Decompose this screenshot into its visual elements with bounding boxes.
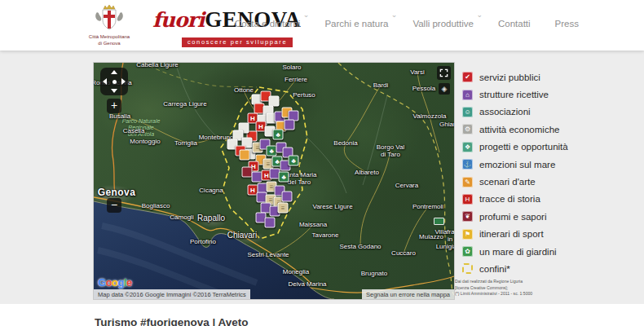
map-pan-control[interactable] [100, 68, 128, 95]
marker-glyph: H [258, 123, 263, 130]
logo-tagline: conoscere per sviluppare [182, 37, 293, 47]
legend-item[interactable]: ✿ un mare di giardini [462, 243, 609, 260]
map-attribution: Map data ©2016 Google Immagini ©2016 Ter… [94, 289, 250, 299]
marker-glyph: ≡ [270, 183, 274, 191]
map-marker[interactable] [282, 192, 293, 202]
route-shield [434, 218, 444, 225]
chevron-down-icon: ⌄ [476, 11, 483, 19]
nav-item[interactable]: Parchi e natura ⌄ [324, 19, 388, 29]
legend-item-label: confini* [479, 264, 510, 274]
logo-fuori-text: fuori [152, 8, 204, 32]
marker-glyph: ♣ [281, 174, 285, 181]
google-logo-letter: o [112, 276, 117, 289]
google-logo-letter: e [126, 276, 132, 289]
map-marker[interactable] [240, 150, 250, 161]
legend-item[interactable]: ⌂ strutture ricettive [462, 86, 609, 103]
google-logo[interactable]: Google [98, 276, 132, 289]
google-logo-letter: o [106, 276, 112, 289]
nav-item[interactable]: Costa e dintorni ⌄ [235, 19, 301, 29]
page: Città Metropolitana di Genova fuori GENO… [0, 0, 644, 326]
marker-glyph: ≡ [267, 161, 271, 168]
credits-line: (*) Limiti Amministrativi - 2011 - sc. 1… [455, 291, 532, 297]
legend-item[interactable]: ❦ profumi e sapori [462, 208, 609, 225]
chevron-down-icon: ⌄ [391, 11, 398, 19]
genova-crest-icon [94, 4, 125, 33]
legend-item[interactable]: confini* [462, 260, 609, 277]
legend-item-label: itinerari di sport [479, 229, 544, 239]
legend-category-icon: ☺ [462, 107, 473, 117]
legend-item-label: attività economiche [479, 125, 559, 134]
pan-left-icon[interactable] [103, 78, 107, 85]
legend-item[interactable]: ❖ progetti e opportunità [462, 139, 609, 156]
legend-category-icon: ❦ [462, 211, 473, 222]
legend-item[interactable]: ✎ scenari d'arte [462, 173, 609, 190]
legend-item[interactable]: ☺ associazioni [462, 104, 609, 121]
legend-category-icon: ⚙ [462, 124, 473, 134]
legend-item[interactable]: ⚓ emozioni sul mare [462, 156, 609, 173]
nav-item-label: Parchi e natura [324, 19, 388, 29]
google-map[interactable]: Cabella LigureSolaroFerriereOttonePertus… [94, 63, 454, 299]
zoom-out-button[interactable]: − [107, 198, 121, 213]
citta-metropolitana-crest: Città Metropolitana di Genova [84, 4, 135, 46]
fullscreen-button[interactable] [437, 66, 451, 80]
map-marker[interactable] [285, 120, 295, 130]
org-name: Città Metropolitana di Genova [84, 34, 135, 46]
map-marker[interactable]: ♣ [273, 130, 284, 140]
marker-glyph: H [250, 115, 255, 122]
legend-item-label: tracce di storia [479, 194, 540, 204]
zoom-in-button[interactable]: + [107, 99, 121, 113]
map-marker[interactable]: ♣ [279, 172, 289, 183]
map-legend: ✔ servizi pubblici ⌂ strutture ricettive… [462, 68, 609, 278]
nav-item-label: Costa e dintorni [235, 19, 301, 29]
fullscreen-icon [439, 68, 448, 77]
pan-center-icon[interactable] [112, 80, 117, 84]
legend-item[interactable]: ⚑ itinerari di sport [462, 226, 609, 243]
map-marker[interactable]: ♣ [289, 156, 299, 166]
google-logo-letter: G [98, 276, 106, 289]
nav-item-label: Contatti [498, 19, 531, 29]
page-title: Turismo #fuorigenova | Aveto [95, 316, 249, 326]
marker-glyph: ♣ [269, 148, 273, 155]
marker-glyph: ♣ [276, 131, 280, 139]
legend-category-icon: ❖ [462, 142, 473, 152]
nav-item[interactable]: Contatti [498, 19, 531, 29]
marker-glyph: ♣ [291, 157, 295, 165]
main-nav: Costa e dintorni ⌄ Parchi e natura ⌄ Val… [235, 19, 579, 29]
legend-category-icon: ✔ [462, 72, 473, 82]
legend-category-icon: ✎ [462, 177, 473, 187]
credits-line: [licenza Creative Commons]; [455, 285, 532, 292]
pan-up-icon[interactable] [111, 70, 117, 74]
legend-item-label: strutture ricettive [479, 90, 549, 99]
pan-down-icon[interactable] [111, 89, 117, 93]
legend-category-icon: ⚑ [462, 229, 473, 240]
map-marker[interactable]: ≡ [278, 203, 289, 214]
legend-item-label: associazioni [479, 107, 531, 117]
legend-category-icon: ⚓ [462, 159, 473, 170]
nav-item-label: Valli produttive [412, 19, 474, 29]
legend-category-icon: ✿ [462, 246, 473, 257]
legend-category-icon [462, 263, 473, 274]
legend-item[interactable]: H tracce di storia [462, 191, 609, 208]
legend-category-icon: ⌂ [462, 90, 473, 100]
layers-button[interactable]: ◈ [439, 83, 450, 95]
legend-item[interactable]: ✔ servizi pubblici [462, 68, 609, 86]
map-error-report-link[interactable]: Segnala un errore nella mappa [362, 289, 454, 299]
nav-item[interactable]: Press [555, 19, 579, 29]
map-marker[interactable] [265, 218, 276, 228]
legend-item-label: profumi e sapori [479, 212, 546, 222]
legend-item-label: servizi pubblici [479, 73, 540, 82]
legend-list: ✔ servizi pubblici ⌂ strutture ricettive… [462, 68, 609, 278]
legend-item-label: un mare di giardini [479, 247, 557, 257]
site-header: Città Metropolitana di Genova fuori GENO… [0, 0, 644, 51]
legend-item-label: scenari d'arte [479, 177, 536, 187]
nav-item[interactable]: Valli produttive ⌄ [412, 19, 474, 29]
legend-credits: Dai dati realizzati da Regione Liguria [… [455, 279, 532, 297]
pan-right-icon[interactable] [121, 78, 126, 85]
chevron-down-icon: ⌄ [303, 11, 310, 19]
nav-item-label: Press [555, 19, 579, 29]
google-logo-letter: g [118, 276, 124, 289]
legend-item[interactable]: ⚙ attività economiche [462, 121, 609, 138]
legend-item-label: emozioni sul mare [479, 160, 555, 170]
marker-glyph: ♣ [275, 158, 279, 165]
legend-category-icon: H [462, 194, 473, 205]
